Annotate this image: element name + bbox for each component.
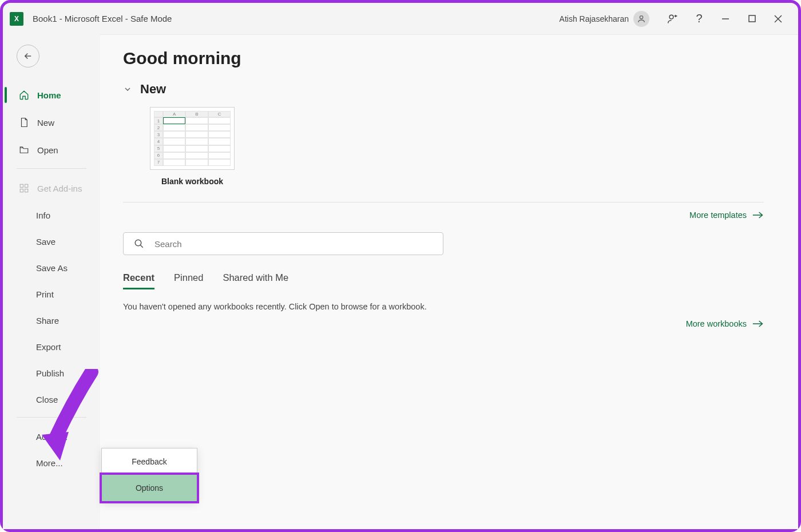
sidebar-item-label: Close	[36, 395, 58, 404]
sidebar-item-saveas[interactable]: Save As	[3, 255, 100, 281]
home-icon	[19, 90, 29, 100]
svg-rect-9	[25, 189, 28, 192]
sidebar-item-label: Export	[36, 342, 61, 352]
recent-empty-message: You haven't opened any workbooks recentl…	[123, 302, 764, 311]
sidebar-item-label: Publish	[36, 368, 64, 378]
user-name: Atish Rajasekharan	[560, 14, 629, 23]
section-title: New	[140, 82, 166, 97]
tab-shared[interactable]: Shared with Me	[223, 272, 288, 289]
svg-rect-8	[20, 189, 23, 192]
excel-app-icon: X	[10, 12, 23, 26]
grid-icon	[19, 183, 29, 193]
tab-label: Shared with Me	[223, 272, 288, 283]
template-label: Blank workbook	[144, 177, 241, 186]
search-input[interactable]	[154, 239, 433, 249]
sidebar-item-more[interactable]: More...	[3, 450, 100, 476]
window-title: Book1 - Microsoft Excel - Safe Mode	[33, 14, 172, 23]
sidebar-item-label: Save	[36, 237, 55, 247]
sidebar-item-label: Home	[37, 90, 61, 100]
arrow-right-icon	[752, 211, 764, 219]
sidebar-item-label: Open	[37, 145, 58, 155]
page-icon	[19, 117, 29, 128]
sidebar-item-label: More...	[36, 458, 63, 468]
sidebar-divider	[17, 168, 86, 169]
arrow-right-icon	[752, 320, 764, 328]
sidebar-item-addins: Get Add-ins	[3, 174, 100, 202]
svg-rect-3	[749, 15, 755, 22]
tab-label: Recent	[123, 272, 154, 283]
recent-tabs: Recent Pinned Shared with Me	[123, 272, 764, 289]
sidebar-item-account[interactable]: Account	[3, 423, 100, 450]
greeting-heading: Good morning	[123, 49, 764, 68]
help-icon[interactable]: ?	[686, 7, 712, 30]
svg-point-0	[640, 15, 643, 18]
sidebar-item-print[interactable]: Print	[3, 281, 100, 307]
sidebar-item-label: Info	[36, 211, 50, 220]
sidebar-item-label: Get Add-ins	[37, 184, 82, 193]
popup-item-label: Feedback	[132, 457, 166, 466]
sidebar-item-export[interactable]: Export	[3, 334, 100, 360]
popup-item-label: Options	[136, 483, 163, 493]
backstage-main: Good morning New ABC 1 2 3 4 5 6	[100, 34, 798, 529]
close-button[interactable]	[765, 7, 791, 30]
more-popup: Feedback Options	[101, 448, 197, 502]
search-box[interactable]	[123, 232, 443, 255]
sidebar-item-close[interactable]: Close	[3, 386, 100, 412]
new-section-header[interactable]: New	[123, 82, 764, 97]
more-workbooks-link[interactable]: More workbooks	[123, 319, 764, 328]
link-label: More workbooks	[686, 319, 747, 328]
sidebar-item-label: Save As	[36, 263, 68, 273]
backstage-sidebar: Home New Open Get Add-ins	[3, 34, 100, 529]
folder-icon	[19, 145, 29, 155]
svg-point-11	[135, 240, 141, 246]
maximize-button[interactable]	[739, 7, 765, 30]
svg-line-12	[140, 245, 143, 248]
svg-rect-6	[20, 184, 23, 187]
tab-label: Pinned	[174, 272, 203, 283]
popup-item-feedback[interactable]: Feedback	[102, 448, 197, 475]
sidebar-item-label: Share	[36, 316, 59, 325]
svg-rect-7	[25, 184, 28, 187]
sidebar-item-new[interactable]: New	[3, 109, 100, 136]
sidebar-item-label: Account	[36, 432, 67, 442]
link-label: More templates	[689, 211, 747, 220]
template-blank-workbook[interactable]: ABC 1 2 3 4 5 6 7 Blank workbook	[144, 107, 241, 186]
sidebar-item-home[interactable]: Home	[3, 81, 100, 109]
sidebar-item-open[interactable]: Open	[3, 136, 100, 164]
back-button[interactable]	[17, 45, 39, 68]
minimize-button[interactable]	[712, 7, 739, 30]
title-bar: X Book1 - Microsoft Excel - Safe Mode At…	[3, 3, 798, 34]
sidebar-item-publish[interactable]: Publish	[3, 360, 100, 386]
sidebar-item-label: New	[37, 118, 54, 128]
chevron-down-icon	[123, 85, 132, 94]
svg-point-1	[669, 15, 673, 19]
template-thumbnail: ABC 1 2 3 4 5 6 7	[150, 107, 235, 170]
popup-item-options[interactable]: Options	[102, 475, 197, 501]
coming-soon-icon[interactable]	[660, 7, 686, 30]
tab-pinned[interactable]: Pinned	[174, 272, 203, 289]
sidebar-item-share[interactable]: Share	[3, 307, 100, 334]
sidebar-item-info[interactable]: Info	[3, 202, 100, 228]
search-icon	[134, 239, 144, 249]
tab-recent[interactable]: Recent	[123, 272, 154, 289]
more-templates-link[interactable]: More templates	[123, 211, 764, 220]
sidebar-item-save[interactable]: Save	[3, 228, 100, 255]
user-avatar[interactable]	[633, 11, 649, 27]
sidebar-item-label: Print	[36, 289, 54, 299]
sidebar-divider	[17, 417, 86, 418]
divider	[123, 202, 764, 203]
